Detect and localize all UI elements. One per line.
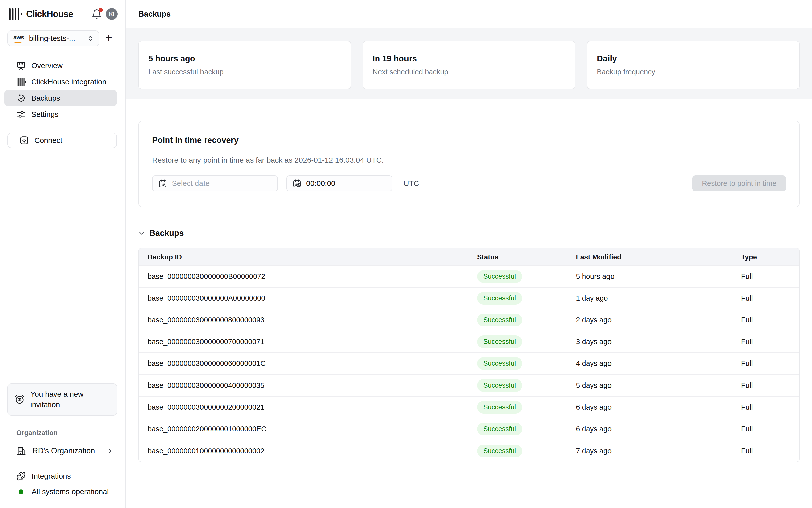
pitr-description: Restore to any point in time as far back… (152, 156, 786, 164)
status-badge: Successful (477, 270, 522, 283)
puzzle-icon (16, 472, 26, 481)
type-cell: Full (741, 287, 799, 309)
pitr-title: Point in time recovery (152, 135, 786, 145)
type-cell: Full (741, 309, 799, 331)
backup-id-cell: base_000000010000000000000002 (139, 440, 477, 462)
chevron-up-down-icon (87, 35, 94, 42)
last-modified-cell: 6 days ago (576, 396, 741, 418)
backup-id-cell: base_0000000200000001000000EC (139, 418, 477, 440)
last-modified-cell: 3 days ago (576, 331, 741, 353)
type-cell: Full (741, 440, 799, 462)
sidebar-item-backups[interactable]: Backups (4, 90, 117, 106)
type-cell: Full (741, 418, 799, 440)
summary-card-frequency: Daily Backup frequency (587, 41, 800, 89)
sidebar-item-label: Overview (31, 61, 62, 70)
card-label: Last successful backup (148, 68, 341, 76)
sidebar-item-label: Backups (31, 94, 60, 102)
building-icon (16, 446, 26, 456)
type-cell: Full (741, 265, 799, 287)
backup-id-cell: base_000000030000000800000093 (139, 309, 477, 331)
history-icon (16, 93, 26, 103)
date-input[interactable] (172, 179, 272, 187)
card-value: Daily (597, 54, 790, 64)
add-service-button[interactable]: + (99, 32, 118, 45)
chevron-right-icon (106, 448, 113, 454)
backup-id-cell: base_000000030000000400000035 (139, 375, 477, 396)
type-cell: Full (741, 375, 799, 396)
table-row[interactable]: base_000000030000000B00000072 Successful… (139, 265, 799, 287)
service-selector-value: billing-tests-... (29, 34, 87, 43)
sidebar-item-clickhouse-integration[interactable]: ClickHouse integration (4, 74, 117, 90)
column-header-last-modified: Last Modified (576, 249, 741, 265)
point-in-time-recovery-panel: Point in time recovery Restore to any po… (138, 121, 800, 207)
table-row[interactable]: base_000000030000000800000093 Successful… (139, 309, 799, 331)
backups-section-header[interactable]: Backups (138, 228, 800, 238)
table-row[interactable]: base_000000030000000200000021 Successful… (139, 396, 799, 418)
main-content: Backups 5 hours ago Last successful back… (126, 0, 812, 508)
column-header-status: Status (477, 249, 576, 265)
status-badge: Successful (477, 313, 522, 326)
clickhouse-bars-icon (16, 77, 26, 87)
sliders-icon (16, 110, 26, 119)
sidebar-item-settings[interactable]: Settings (4, 106, 117, 123)
table-row[interactable]: base_000000030000000700000071 Successful… (139, 331, 799, 353)
type-cell: Full (741, 353, 799, 375)
status-badge: Successful (477, 357, 522, 370)
time-picker-field[interactable] (286, 175, 392, 192)
calendar-icon (158, 179, 168, 188)
last-modified-cell: 1 day ago (576, 287, 741, 309)
backup-id-cell: base_000000030000000B00000072 (139, 265, 477, 287)
operational-status-dot (18, 490, 23, 494)
notification-dot (99, 8, 103, 12)
type-cell: Full (741, 396, 799, 418)
notifications-bell-icon[interactable] (91, 9, 102, 19)
backup-id-cell: base_00000003000000060000001C (139, 353, 477, 375)
backups-table: Backup ID Status Last Modified Type base… (138, 248, 800, 462)
service-selector[interactable]: aws billing-tests-... (7, 30, 99, 46)
calendar-clock-icon (292, 179, 302, 188)
table-row[interactable]: base_0000000200000001000000EC Successful… (139, 418, 799, 440)
sidebar-item-label: Settings (31, 110, 58, 119)
column-header-type: Type (741, 249, 799, 265)
page-header: Backups (126, 0, 812, 28)
date-picker-field[interactable] (152, 175, 278, 192)
card-label: Backup frequency (597, 68, 790, 76)
card-label: Next scheduled backup (373, 68, 566, 76)
sidebar-item-label: ClickHouse integration (31, 78, 106, 86)
status-badge: Successful (477, 335, 522, 348)
card-value: 5 hours ago (148, 54, 341, 64)
aws-icon: aws (13, 34, 24, 43)
sidebar-item-integrations[interactable]: Integrations (7, 468, 117, 484)
timezone-label: UTC (403, 179, 419, 187)
table-row[interactable]: base_000000030000000A00000000 Successful… (139, 287, 799, 309)
table-row[interactable]: base_00000003000000060000001C Successful… (139, 353, 799, 375)
time-input[interactable] (306, 179, 387, 187)
presentation-icon (16, 61, 26, 71)
brand-name: ClickHouse (26, 9, 73, 19)
organization-name: RD's Organization (32, 447, 100, 455)
table-row[interactable]: base_000000030000000400000035 Successful… (139, 375, 799, 396)
avatar[interactable]: KI (106, 8, 117, 20)
sidebar-item-overview[interactable]: Overview (4, 57, 117, 74)
system-status-link[interactable]: All systems operational (7, 484, 117, 500)
invitation-banner[interactable]: You have a new invitation (7, 383, 117, 416)
summary-cards: 5 hours ago Last successful backup In 19… (126, 28, 812, 99)
organization-section-label: Organization (16, 429, 125, 437)
system-status-label: All systems operational (32, 488, 109, 496)
chevron-down-icon (138, 230, 145, 237)
type-cell: Full (741, 331, 799, 353)
clickhouse-logo-icon (9, 8, 22, 20)
last-modified-cell: 4 days ago (576, 353, 741, 375)
status-badge: Successful (477, 379, 522, 392)
column-header-backup-id: Backup ID (139, 249, 477, 265)
organization-switcher[interactable]: RD's Organization (7, 443, 117, 458)
table-row[interactable]: base_000000010000000000000002 Successful… (139, 440, 799, 462)
backup-id-cell: base_000000030000000200000021 (139, 396, 477, 418)
summary-card-last-backup: 5 hours ago Last successful backup (138, 41, 351, 89)
restore-button[interactable]: Restore to point in time (692, 175, 786, 192)
brand-row: ClickHouse KI (0, 0, 125, 20)
summary-card-next-backup: In 19 hours Next scheduled backup (363, 41, 575, 89)
connect-button[interactable]: Connect (7, 132, 117, 148)
status-badge: Successful (477, 444, 522, 457)
backups-section-title: Backups (149, 228, 184, 238)
